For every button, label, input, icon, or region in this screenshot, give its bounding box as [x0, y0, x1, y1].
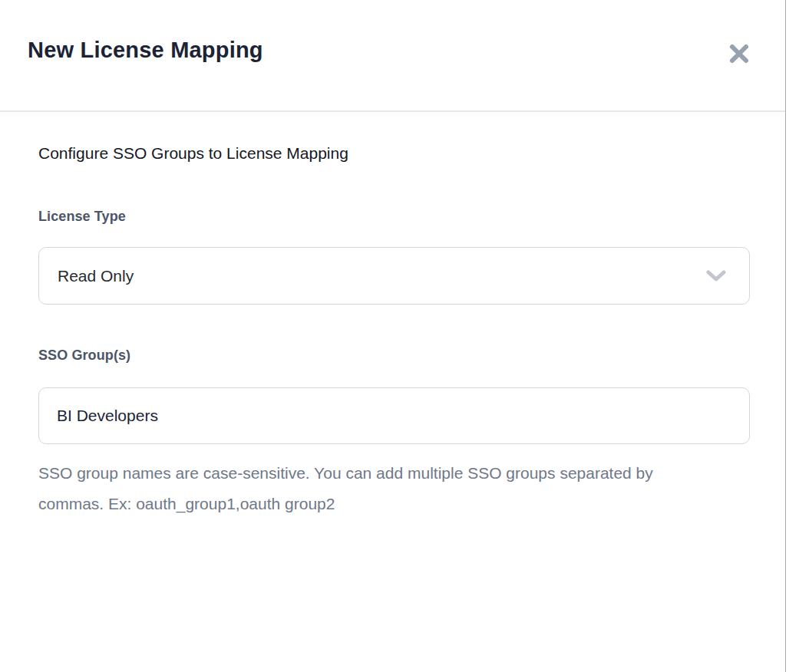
license-type-select[interactable]: Read Only [38, 247, 750, 305]
modal-header: New License Mapping [0, 0, 785, 112]
page: New License Mapping Configure SSO Groups… [0, 0, 789, 672]
modal-description: Configure SSO Groups to License Mapping [38, 143, 750, 164]
sso-groups-input[interactable] [38, 387, 750, 444]
sso-groups-help-text: SSO group names are case-sensitive. You … [38, 458, 691, 519]
chevron-down-icon [706, 270, 726, 282]
modal-title: New License Mapping [28, 36, 751, 64]
close-button[interactable] [725, 40, 753, 68]
close-icon [728, 43, 750, 64]
sso-groups-label: SSO Group(s) [38, 346, 750, 364]
license-type-selected-value: Read Only [58, 267, 134, 285]
license-type-label: License Type [38, 207, 750, 226]
modal-body: Configure SSO Groups to License Mapping … [0, 112, 785, 519]
new-license-mapping-modal: New License Mapping Configure SSO Groups… [0, 0, 785, 672]
